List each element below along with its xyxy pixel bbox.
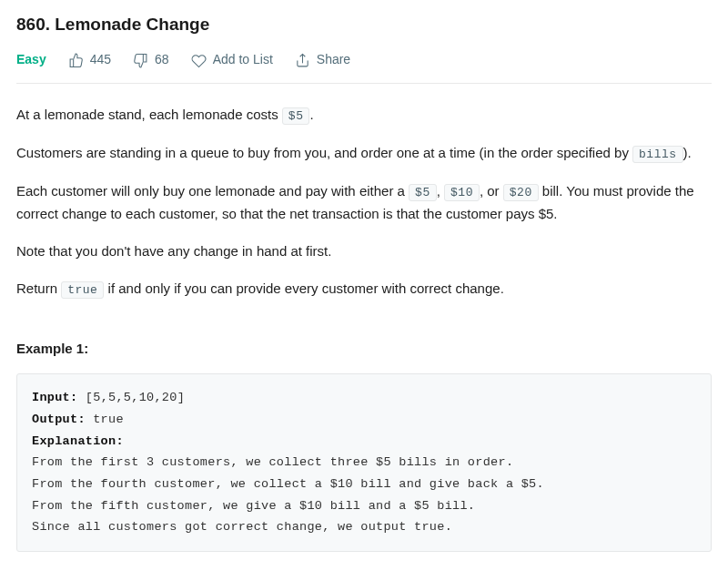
heart-icon [191,53,207,68]
output-value: true [86,413,124,426]
favorite-button[interactable]: Add to List [191,50,273,70]
inline-code: $10 [444,184,480,201]
output-label: Output: [32,413,86,426]
example-heading: Example 1: [16,338,712,359]
upvote-count: 445 [90,50,111,70]
explanation-line: Since all customers got correct change, … [32,520,452,534]
inline-code: bills [632,146,683,163]
share-icon [295,53,310,68]
downvote-count: 68 [155,50,169,70]
explanation-label: Explanation: [32,434,124,448]
share-label: Share [317,50,350,70]
meta-row: Easy 445 68 Add to List Share [16,50,712,84]
paragraph: Note that you don't have any change in h… [16,240,712,261]
paragraph: Each customer will only buy one lemonade… [16,180,712,223]
share-button[interactable]: Share [295,50,350,70]
problem-title: 860. Lemonade Change [16,11,712,37]
upvote-button[interactable]: 445 [68,50,111,70]
difficulty-label: Easy [16,50,46,70]
input-label: Input: [32,391,77,404]
thumbs-down-icon [133,53,148,68]
example-block: Input: [5,5,5,10,20] Output: true Explan… [16,373,712,551]
paragraph: At a lemonade stand, each lemonade costs… [16,104,712,126]
thumbs-up-icon [68,53,84,68]
explanation-line: From the fifth customer, we give a $10 b… [32,499,475,513]
paragraph: Return true if and only if you can provi… [16,278,712,300]
downvote-button[interactable]: 68 [133,50,169,70]
inline-code: true [61,281,104,299]
explanation-line: From the first 3 customers, we collect t… [32,455,513,469]
favorite-label: Add to List [213,50,273,70]
inline-code: $5 [409,184,437,201]
inline-code: $5 [282,107,310,125]
input-value: [5,5,5,10,20] [77,391,185,404]
inline-code: $20 [503,184,539,201]
explanation-line: From the fourth customer, we collect a $… [32,477,544,491]
problem-description: At a lemonade stand, each lemonade costs… [16,104,712,300]
paragraph: Customers are standing in a queue to buy… [16,142,712,164]
